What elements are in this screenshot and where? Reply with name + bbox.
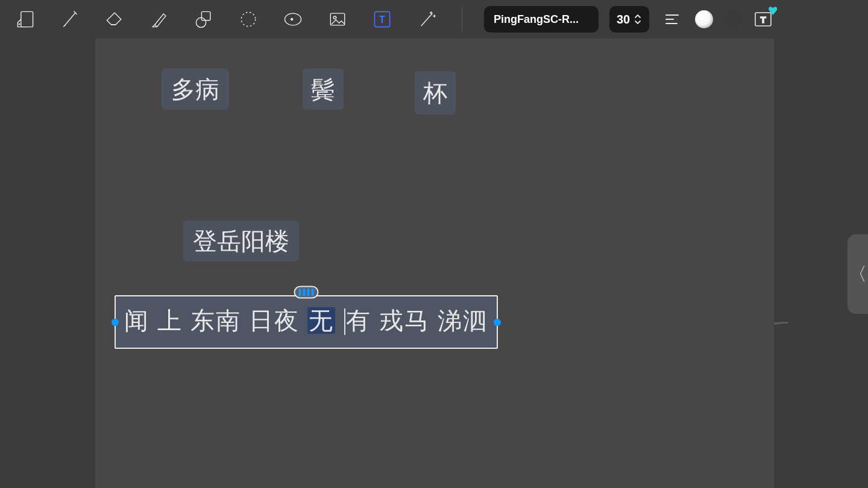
- svg-point-4: [241, 12, 255, 26]
- text-block-content: 登岳阳楼: [193, 228, 289, 254]
- resize-handle-right[interactable]: [494, 319, 501, 326]
- font-size-stepper[interactable]: 30: [609, 6, 649, 33]
- pen-tool[interactable]: [58, 7, 82, 31]
- collage-tool[interactable]: [13, 7, 37, 31]
- text-selection: 无: [307, 307, 335, 334]
- effects-tool[interactable]: [415, 7, 439, 31]
- active-text-box[interactable]: 闻 上 东南 日夜 无 有 戎马 涕泗: [115, 295, 498, 349]
- stepper-chevrons-icon: [634, 13, 642, 25]
- text-block[interactable]: 多病: [162, 69, 229, 110]
- canvas-page[interactable]: 多病 鬓 杯 登岳阳楼 闻 上 东南 日夜 无 有 戎马 涕泗: [95, 39, 774, 488]
- text-block[interactable]: 杯: [415, 71, 456, 114]
- svg-rect-2: [201, 11, 210, 20]
- lasso-tool[interactable]: [236, 7, 260, 31]
- rotate-handle[interactable]: [294, 286, 318, 299]
- svg-text:T: T: [761, 14, 766, 25]
- highlighter-tool[interactable]: [147, 7, 171, 31]
- text-run: [335, 307, 343, 334]
- text-run: 闻 上 东南 日夜: [124, 307, 307, 334]
- textbox-presets-button[interactable]: T: [753, 9, 773, 30]
- font-name-label: PingFangSC-R...: [494, 13, 579, 26]
- svg-point-1: [19, 23, 20, 25]
- align-left-button[interactable]: [660, 7, 684, 31]
- left-gutter: [0, 39, 95, 488]
- text-run: 有 戎马 涕泗: [346, 307, 488, 334]
- sticker-tool[interactable]: [281, 7, 305, 31]
- toolbar-right-group: PingFangSC-R... 30 T: [484, 6, 773, 33]
- text-caret: [344, 308, 345, 335]
- toolbar-divider: [462, 7, 462, 31]
- svg-point-3: [196, 17, 206, 27]
- text-block-content: 鬓: [311, 76, 335, 102]
- background-color-picker[interactable]: [724, 10, 742, 28]
- top-toolbar: T PingFangSC-R... 30: [0, 0, 868, 39]
- chevron-left-icon: 〈: [849, 262, 867, 287]
- font-selector[interactable]: PingFangSC-R...: [484, 6, 599, 33]
- right-gutter: 〈: [774, 39, 868, 488]
- svg-rect-0: [21, 11, 33, 27]
- shapes-tool[interactable]: [192, 7, 216, 31]
- eraser-tool[interactable]: [102, 7, 127, 31]
- font-size-value: 30: [617, 13, 630, 27]
- text-block[interactable]: 鬓: [303, 69, 344, 110]
- toolbar-left-group: T: [13, 7, 465, 31]
- text-block-content: 多病: [171, 76, 219, 102]
- text-tool[interactable]: T: [370, 7, 394, 31]
- text-color-picker[interactable]: [695, 10, 713, 28]
- text-block-content: 杯: [423, 80, 447, 106]
- resize-handle-left[interactable]: [112, 319, 119, 326]
- side-panel-handle[interactable]: 〈: [848, 234, 868, 314]
- text-block[interactable]: 登岳阳楼: [183, 221, 299, 261]
- svg-point-7: [333, 16, 336, 19]
- image-tool[interactable]: [326, 7, 350, 31]
- svg-text:T: T: [379, 14, 385, 25]
